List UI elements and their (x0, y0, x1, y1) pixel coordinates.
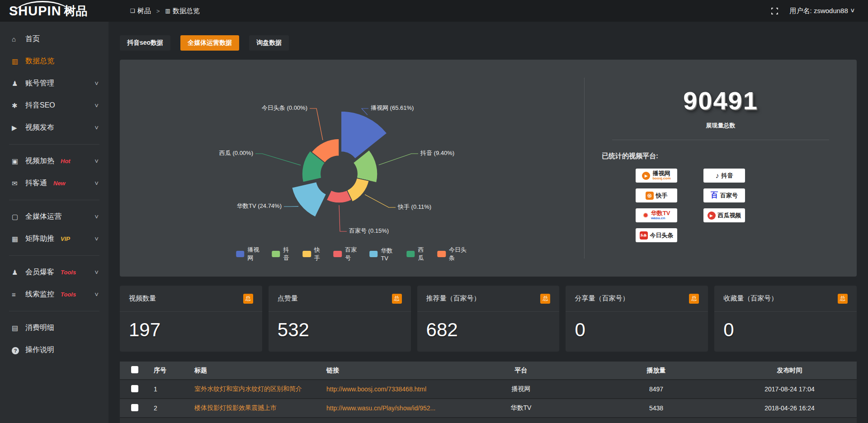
total-badge[interactable]: 总 (838, 294, 848, 304)
sidebar-item-douketong[interactable]: ✉抖客通New˅ (0, 172, 108, 194)
platform-badge-name: 播视网 (652, 170, 670, 177)
cell-title[interactable]: 室外水纹灯和室内水纹灯的区别和简介 (190, 380, 322, 399)
chevron-down-icon: ˅ (94, 291, 99, 298)
stat-card-value: 682 (417, 312, 560, 341)
legend-item-百家号[interactable]: 百家号 (334, 246, 359, 262)
legend-label: 百家号 (345, 246, 359, 262)
table-row-partial (120, 418, 857, 423)
tab-2[interactable]: 询盘数据 (249, 35, 289, 51)
cell-link[interactable] (322, 418, 452, 423)
stat-card-label: 推荐量（百家号） (426, 294, 481, 303)
platform-badge-name: 百家号 (720, 193, 738, 199)
legend-item-西瓜[interactable]: 西瓜 (406, 246, 427, 262)
pie-slice-播视网[interactable] (341, 111, 387, 159)
legend-label: 华数TV (381, 247, 396, 262)
logo-text-en: SHUPIN (9, 4, 61, 19)
tab-0[interactable]: 抖音seo数据 (120, 35, 170, 51)
fullscreen-icon[interactable] (771, 8, 778, 14)
pie-label: 西瓜 (0.00%) (219, 150, 253, 156)
platform-badge-baijiahao[interactable]: 百 百家号 (703, 188, 745, 202)
legend-item-华数TV[interactable]: 华数TV (369, 247, 396, 262)
main-content: 抖音seo数据全媒体运营数据询盘数据 播视网 (65.61%)抖音 (9.40%… (108, 22, 868, 423)
douyin-logo-icon: ♪ (716, 172, 719, 180)
breadcrumb-root[interactable]: 树品 (137, 7, 151, 15)
platform-badge-douyin[interactable]: ♪ 抖音 (703, 169, 745, 183)
legend-item-抖音[interactable]: 抖音 (272, 246, 292, 262)
sidebar-item-member-baoke[interactable]: ♟会员爆客Tools˅ (0, 261, 108, 283)
sidebar-item-label: 操作说明 (25, 345, 54, 355)
legend-label: 今日头条 (449, 246, 468, 262)
sidebar-item-badge: Tools (61, 291, 76, 298)
stat-card-value: 197 (120, 312, 262, 341)
platform-badge-name: 西瓜视频 (718, 212, 741, 219)
row-checkbox[interactable] (131, 404, 138, 411)
pie-slice-华数TV[interactable] (292, 182, 326, 217)
sidebar-item-operation-guide[interactable]: ?操作说明 (0, 339, 108, 361)
pie-leader-line (255, 154, 301, 165)
legend-item-播视网[interactable]: 播视网 (236, 246, 262, 262)
pie-label: 今日头条 (0.00%) (262, 104, 307, 111)
sidebar-item-label: 视频加热 (25, 156, 54, 166)
legend-swatch (334, 251, 342, 257)
sidebar-item-matrix-boost[interactable]: ▦矩阵助推VIP˅ (0, 228, 108, 250)
row-checkbox[interactable] (131, 385, 138, 392)
legend-item-今日头条[interactable]: 今日头条 (437, 246, 468, 262)
kuaishou-logo-icon: ㉿ (646, 192, 654, 200)
cell-title[interactable]: 楼体投影灯投影效果震撼上市 (190, 399, 322, 418)
sidebar-item-account-mgmt[interactable]: ♟账号管理˅ (0, 72, 108, 94)
sidebar-item-badge: Hot (61, 158, 71, 164)
sidebar-item-video-publish[interactable]: ▶视频发布˅ (0, 117, 108, 139)
pie-label: 华数TV (24.74%) (237, 202, 282, 209)
stat-card-1: 点赞量 总 532 (269, 286, 411, 352)
platform-badge-wasu[interactable]: ✹ 华数TV wasu.cn (636, 208, 677, 222)
breadcrumb-current-icon: ▥ (165, 8, 170, 14)
sidebar-item-video-heat[interactable]: ▣视频加热Hot˅ (0, 150, 108, 172)
cell-link[interactable]: http://www.wasu.cn/Play/show/id/952... (322, 399, 452, 418)
stat-card-label: 视频数量 (129, 294, 156, 303)
sidebar: ⌂首页▥数据总览♟账号管理˅✱抖音SEO˅▶视频发布˅▣视频加热Hot˅✉抖客通… (0, 22, 108, 423)
breadcrumb-current[interactable]: 数据总览 (173, 7, 200, 15)
rose-pie-chart[interactable]: 播视网 (65.61%)抖音 (9.40%)快手 (0.11%)百家号 (0.1… (120, 60, 584, 277)
sidebar-item-media-operation[interactable]: ▢全媒体运营˅ (0, 206, 108, 228)
sidebar-item-data-overview[interactable]: ▥数据总览 (0, 50, 108, 72)
user-icon: ♟ (12, 80, 25, 88)
col-header-1: 标题 (190, 362, 322, 380)
stat-card-value: 0 (566, 312, 708, 341)
cell-link[interactable]: http://www.boosj.com/7338468.html (322, 380, 452, 399)
sidebar-item-badge: New (53, 180, 66, 187)
platform-badge-name: 抖音 (722, 173, 733, 179)
platform-badge-toutiao[interactable]: 头条 今日头条 (636, 228, 677, 242)
pie-label: 快手 (0.11%) (397, 203, 431, 210)
total-badge[interactable]: 总 (540, 294, 550, 304)
platform-badge-name: 华数TV (651, 210, 670, 216)
total-badge[interactable]: 总 (392, 294, 402, 304)
total-badge[interactable]: 总 (689, 294, 699, 304)
sidebar-item-label: 账号管理 (25, 79, 54, 88)
stat-card-3: 分享量（百家号） 总 0 (566, 286, 708, 352)
stat-cards-row: 视频数量 总 197 点赞量 总 532 推荐量（百家号） 总 682 分享量（… (120, 286, 857, 352)
platform-badge-xigua[interactable]: ▶ 西瓜视频 (703, 208, 745, 222)
sidebar-item-consume-detail[interactable]: ▤消费明细 (0, 317, 108, 339)
platform-badge-name: 快手 (656, 193, 668, 199)
sidebar-item-clue-monitor[interactable]: ≡线索监控Tools˅ (0, 283, 108, 306)
sidebar-item-home[interactable]: ⌂首页 (0, 28, 108, 50)
rose-pie-svg: 播视网 (65.61%)抖音 (9.40%)快手 (0.11%)百家号 (0.1… (120, 60, 584, 277)
platform-badge-kuaishou[interactable]: ㉿ 快手 (636, 188, 677, 202)
cell-title[interactable] (190, 418, 322, 423)
legend-label: 播视网 (247, 246, 262, 262)
stat-card-label: 收藏量（百家号） (723, 294, 778, 303)
select-all-checkbox[interactable] (131, 366, 138, 373)
platform-badge-boosj[interactable]: ▶ 播视网 boosj.com (636, 169, 677, 183)
sidebar-item-douyin-seo[interactable]: ✱抖音SEO˅ (0, 94, 108, 117)
platform-badge-name: 今日头条 (650, 232, 674, 239)
total-badge[interactable]: 总 (243, 294, 253, 304)
sidebar-item-badge: VIP (61, 235, 70, 242)
pie-slice-百家号[interactable] (326, 190, 352, 203)
stat-card-header: 收藏量（百家号） 总 (714, 286, 857, 312)
user-menu[interactable]: 用户名: zswodun88 ˅ (790, 7, 854, 15)
chevron-down-icon: ˅ (94, 213, 99, 221)
tab-1[interactable]: 全媒体运营数据 (180, 35, 239, 51)
legend-item-快手[interactable]: 快手 (302, 246, 323, 262)
sliders-icon: ≡ (12, 291, 25, 298)
xigua-logo-icon: ▶ (708, 212, 716, 220)
